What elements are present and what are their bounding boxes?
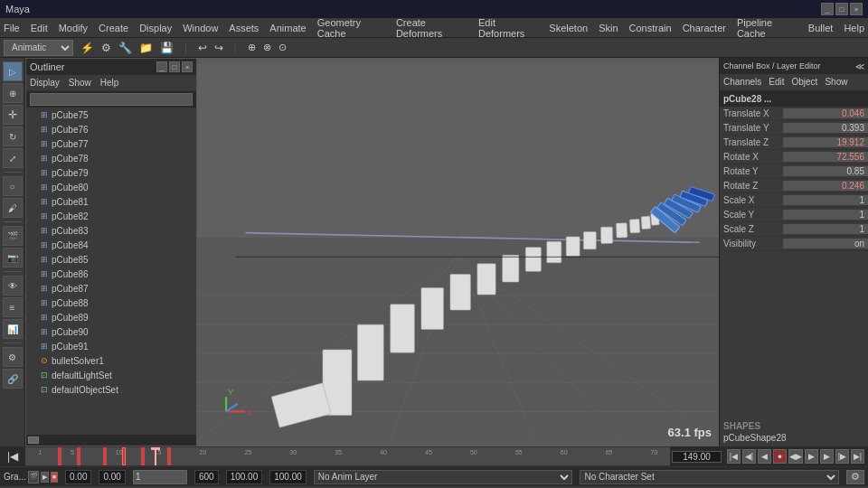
toolbar-icon-1[interactable]: ⚡: [80, 42, 94, 54]
maximize-button[interactable]: □: [835, 3, 848, 15]
channel-value[interactable]: 19.912: [783, 137, 868, 147]
play-back-button[interactable]: ◀▶: [788, 449, 803, 464]
channel-row[interactable]: Translate Z19.912: [720, 136, 868, 150]
menu-modify[interactable]: Modify: [59, 23, 88, 33]
channel-value[interactable]: 72.556: [783, 152, 868, 162]
channel-value[interactable]: 0.393: [783, 123, 868, 133]
outliner-item-pCube83[interactable]: ⊞pCube83: [26, 223, 196, 238]
menu-constrain[interactable]: Constrain: [629, 23, 672, 33]
record-button[interactable]: ●: [773, 449, 787, 464]
tab-show[interactable]: Show: [825, 77, 847, 87]
lasso-tool[interactable]: ⊕: [3, 83, 23, 103]
rotate-tool[interactable]: ↻: [3, 127, 23, 146]
outliner-item-pCube87[interactable]: ⊞pCube87: [26, 281, 196, 296]
soft-select-tool[interactable]: ○: [3, 176, 23, 196]
render-btn[interactable]: 🎬: [3, 226, 23, 246]
outliner-item-pCube81[interactable]: ⊞pCube81: [26, 194, 196, 209]
menu-file[interactable]: File: [4, 23, 20, 33]
channel-value[interactable]: on: [783, 239, 868, 249]
timeline-track[interactable]: 1 5 10 15 20 25 30 35 40 45 50 55 60 65 …: [25, 446, 670, 466]
outliner-minimize[interactable]: _: [156, 61, 167, 72]
outliner-item-defaultLightSet[interactable]: ⊡defaultLightSet: [26, 368, 196, 382]
play-forward-button[interactable]: ▶: [805, 449, 818, 464]
go-start-button[interactable]: |◀: [727, 449, 741, 464]
outliner-item-pCube78[interactable]: ⊞pCube78: [26, 151, 196, 165]
snap-icon-1[interactable]: ⊕: [248, 42, 256, 53]
channel-row[interactable]: Rotate X72.556: [720, 150, 868, 164]
menu-window[interactable]: Window: [183, 23, 218, 33]
outliner-menu-display[interactable]: Display: [30, 78, 60, 88]
menu-help[interactable]: Help: [844, 23, 864, 33]
outliner-item-pCube91[interactable]: ⊞pCube91: [26, 339, 196, 353]
toolbar-icon-5[interactable]: 💾: [160, 42, 174, 54]
outliner-maximize[interactable]: □: [169, 61, 180, 72]
channel-row[interactable]: Scale X1: [720, 193, 868, 208]
tab-channels[interactable]: Channels: [723, 77, 761, 87]
next-frame-button[interactable]: ▶: [820, 449, 834, 464]
toolbar-icon-6[interactable]: ↩: [198, 42, 207, 54]
outliner-item-pCube84[interactable]: ⊞pCube84: [26, 238, 196, 252]
menu-create-deformers[interactable]: Create Deformers: [396, 17, 467, 39]
outliner-item-pCube79[interactable]: ⊞pCube79: [26, 165, 196, 180]
menu-create[interactable]: Create: [99, 23, 128, 33]
channel-row[interactable]: Scale Y1: [720, 208, 868, 222]
menu-skin[interactable]: Skin: [599, 23, 618, 33]
menu-edit[interactable]: Edit: [31, 23, 48, 33]
go-end-button[interactable]: ▶|: [851, 449, 864, 464]
outliner-item-pCube75[interactable]: ⊞pCube75: [26, 108, 196, 122]
menu-edit-deformers[interactable]: Edit Deformers: [478, 17, 538, 39]
outliner-item-pCube82[interactable]: ⊞pCube82: [26, 209, 196, 223]
menu-skeleton[interactable]: Skeleton: [549, 23, 588, 33]
move-tool[interactable]: ✛: [3, 105, 23, 125]
select-tool[interactable]: ▷: [3, 61, 23, 81]
menu-character[interactable]: Character: [683, 23, 726, 33]
outliner-item-pCube76[interactable]: ⊞pCube76: [26, 122, 196, 136]
timeline-start-nav[interactable]: |◀: [7, 450, 18, 463]
channel-value[interactable]: 0.85: [783, 166, 868, 176]
custom-btn-1[interactable]: ⚙: [3, 347, 23, 367]
outliner-close[interactable]: ×: [182, 61, 193, 72]
outliner-item-pCube80[interactable]: ⊞pCube80: [26, 180, 196, 194]
tab-object[interactable]: Object: [792, 77, 818, 87]
channel-box-expand[interactable]: ≪: [855, 61, 864, 71]
snap-icon-2[interactable]: ⊗: [263, 42, 271, 53]
menu-pipeline-cache[interactable]: Pipeline Cache: [737, 17, 797, 39]
channel-value[interactable]: 1: [783, 210, 868, 220]
status-end-btn[interactable]: ⚙: [846, 470, 864, 484]
graph-btn[interactable]: 📊: [3, 319, 23, 339]
outliner-item-pCube89[interactable]: ⊞pCube89: [26, 310, 196, 324]
outliner-item-pCube86[interactable]: ⊞pCube86: [26, 267, 196, 281]
anim-layer-selector[interactable]: No Anim Layer: [314, 470, 573, 484]
menu-display[interactable]: Display: [139, 23, 172, 33]
camera-btn[interactable]: 📷: [3, 248, 23, 267]
outliner-item-pCube77[interactable]: ⊞pCube77: [26, 136, 196, 151]
channel-value[interactable]: 1: [783, 195, 868, 205]
shape-item[interactable]: pCubeShape28: [723, 433, 864, 443]
snap-icon-3[interactable]: ⊙: [278, 42, 287, 53]
outliner-menu-help[interactable]: Help: [100, 78, 119, 88]
channel-row[interactable]: Rotate Y0.85: [720, 164, 868, 179]
outliner-item-pCube88[interactable]: ⊞pCube88: [26, 296, 196, 310]
channel-value[interactable]: 0.046: [783, 108, 868, 118]
channel-row[interactable]: Translate X0.046: [720, 107, 868, 121]
custom-btn-2[interactable]: 🔗: [3, 369, 23, 389]
outliner-item-pCube85[interactable]: ⊞pCube85: [26, 252, 196, 267]
toolbar-icon-2[interactable]: ⚙: [101, 42, 111, 54]
character-set-selector[interactable]: No Character Set: [580, 470, 839, 484]
minimize-button[interactable]: _: [821, 3, 834, 15]
toolbar-icon-7[interactable]: ↪: [214, 42, 223, 54]
menu-bullet[interactable]: Bullet: [808, 23, 834, 33]
toolbar-icon-3[interactable]: 🔧: [118, 42, 132, 54]
menu-animate[interactable]: Animate: [269, 23, 306, 33]
channel-value[interactable]: 0.246: [783, 181, 868, 191]
outliner-search-input[interactable]: [30, 93, 193, 106]
outliner-item-bulletSolver1[interactable]: ⊙bulletSolver1: [26, 353, 196, 368]
outliner-item-pCube90[interactable]: ⊞pCube90: [26, 324, 196, 339]
mode-selector[interactable]: Animatic Animation Modeling Rigging FX R…: [4, 40, 73, 56]
tab-edit[interactable]: Edit: [769, 77, 784, 87]
close-button[interactable]: ×: [850, 3, 863, 15]
outliner-menu-show[interactable]: Show: [69, 78, 91, 88]
scale-tool[interactable]: ⤢: [3, 148, 23, 168]
prev-key-button[interactable]: ◀|: [742, 449, 756, 464]
channel-row[interactable]: Rotate Z0.246: [720, 179, 868, 193]
